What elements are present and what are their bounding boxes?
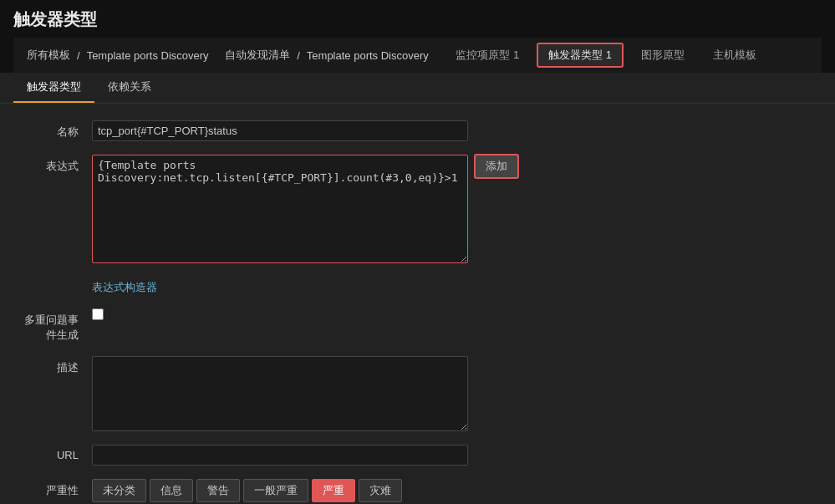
url-row: URL (17, 445, 802, 466)
sep2a (216, 49, 219, 62)
sep2b: / (297, 49, 300, 62)
name-control-wrap (92, 120, 802, 141)
sev-btn-warning[interactable]: 警告 (196, 479, 240, 502)
sev-btn-high[interactable]: 严重 (312, 479, 355, 502)
sep3 (435, 49, 439, 62)
multi-gen-row: 多重问题事件生成 (17, 308, 802, 343)
nav-main-row: 所有模板 / Template ports Discovery 自动发现清单 /… (13, 38, 822, 73)
multi-gen-label: 多重问题事件生成 (17, 308, 92, 343)
page-title: 触发器类型 (13, 8, 822, 31)
expr-label: 表达式 (17, 155, 92, 174)
severity-label: 严重性 (17, 479, 92, 498)
multi-gen-wrap (92, 308, 802, 320)
sev-btn-disaster[interactable]: 灾难 (359, 479, 402, 502)
breadcrumb-tpd1[interactable]: Template ports Discovery (87, 49, 209, 62)
desc-wrap (92, 356, 802, 431)
expr-builder-label-spacer (17, 277, 92, 281)
multi-gen-checkbox[interactable] (92, 308, 104, 320)
name-input[interactable] (92, 120, 468, 141)
expr-builder-row: 表达式构造器 (17, 277, 802, 295)
nav-tab-graph-proto[interactable]: 图形原型 (630, 43, 695, 67)
sev-btn-unclassified[interactable]: 未分类 (92, 479, 146, 502)
url-wrap (92, 445, 802, 466)
name-row: 名称 (17, 120, 802, 141)
url-label: URL (17, 445, 92, 461)
severity-wrap: 未分类 信息 警告 一般严重 严重 灾难 (92, 479, 802, 502)
breadcrumb-autodisc[interactable]: 自动发现清单 (225, 48, 290, 63)
sub-tab-dependencies[interactable]: 依赖关系 (94, 73, 165, 103)
expr-builder-link[interactable]: 表达式构造器 (92, 280, 157, 295)
expr-row: 表达式 添加 (17, 155, 802, 263)
expr-builder-wrap: 表达式构造器 (92, 277, 802, 295)
sub-tab-row: 触发器类型 依赖关系 (0, 73, 835, 104)
breadcrumb-all-templates[interactable]: 所有模板 (27, 48, 70, 63)
severity-row: 严重性 未分类 信息 警告 一般严重 严重 灾难 (17, 479, 802, 502)
add-button[interactable]: 添加 (475, 155, 518, 178)
desc-row: 描述 (17, 356, 802, 431)
sev-btn-average[interactable]: 一般严重 (243, 479, 308, 502)
nav-tab-trigger-type[interactable]: 触发器类型 1 (537, 43, 624, 68)
expr-textarea[interactable] (92, 155, 468, 263)
desc-textarea[interactable] (92, 356, 468, 431)
name-label: 名称 (17, 120, 92, 140)
main-content: 名称 表达式 添加 表达式构造器 多重问题事件生成 描述 URL (0, 104, 835, 504)
nav-tab-host-tmpl[interactable]: 主机模板 (702, 43, 767, 67)
nav-tab-monitor-item[interactable]: 监控项原型 1 (445, 43, 530, 67)
sub-tab-trigger-type[interactable]: 触发器类型 (13, 73, 94, 103)
desc-label: 描述 (17, 356, 92, 375)
sep1: / (77, 49, 80, 62)
expr-control-wrap: 添加 (92, 155, 802, 263)
breadcrumb-tpd2[interactable]: Template ports Discovery (307, 49, 429, 62)
sev-btn-info[interactable]: 信息 (150, 479, 193, 502)
url-input[interactable] (92, 445, 468, 466)
